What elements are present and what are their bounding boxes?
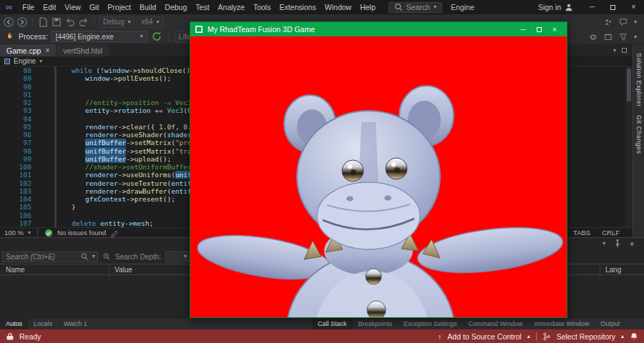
panel-tab-locals[interactable]: Locals <box>28 319 58 329</box>
panel-tab-autos[interactable]: Autos <box>0 319 28 329</box>
line-number[interactable]: 89 <box>0 74 39 82</box>
solution-platforms-dropdown[interactable]: x64 ▾ <box>137 16 163 28</box>
watch-icon[interactable] <box>589 33 597 41</box>
autos-search-input[interactable]: Search (Ctrl+E) ▾ <box>2 252 98 262</box>
zoom-level[interactable]: 100 % <box>4 229 24 237</box>
quick-search-box[interactable]: Search ▾ <box>389 2 442 13</box>
line-ending-indicator[interactable]: CRLF <box>602 229 620 237</box>
line-number[interactable]: 100 <box>0 163 39 171</box>
close-button[interactable]: × <box>623 0 644 14</box>
menu-item-edit[interactable]: Edit <box>39 0 60 14</box>
panel-tab-exception-settings[interactable]: Exception Settings <box>398 319 463 329</box>
redo-icon[interactable] <box>78 16 89 28</box>
menu-item-git[interactable]: Git <box>85 0 103 14</box>
tab-close-icon[interactable]: × <box>45 46 49 54</box>
side-tab-solution-explorer[interactable]: Solution Explorer <box>635 53 643 106</box>
line-number[interactable]: 104 <box>0 195 39 203</box>
game-close-button[interactable]: × <box>547 22 562 36</box>
expand-search-icon[interactable] <box>102 252 111 261</box>
line-number[interactable]: 101 <box>0 171 39 179</box>
editor-scrollbar[interactable] <box>625 66 633 227</box>
line-number[interactable]: 91 <box>0 91 39 99</box>
navigate-back-icon[interactable] <box>3 16 14 28</box>
game-minimize-button[interactable]: ─ <box>515 22 531 36</box>
feedback-icon[interactable] <box>619 18 628 26</box>
menu-item-help[interactable]: Help <box>356 0 380 14</box>
new-file-icon[interactable] <box>37 16 49 28</box>
line-number[interactable]: 88 <box>0 66 39 74</box>
health-check-icon[interactable] <box>44 229 53 237</box>
line-number[interactable]: 95 <box>0 123 39 131</box>
menu-item-test[interactable]: Test <box>191 0 213 14</box>
float-window-icon[interactable] <box>622 48 627 53</box>
panel-options-icon[interactable]: ▾ <box>602 241 605 247</box>
line-number[interactable]: 98 <box>0 147 39 155</box>
column-header-value[interactable]: Value <box>114 266 132 274</box>
menu-item-analyze[interactable]: Analyze <box>214 0 249 14</box>
hot-reload-icon[interactable] <box>4 31 15 42</box>
line-number[interactable]: 99 <box>0 155 39 163</box>
sign-in-button[interactable]: Sign in <box>530 0 582 14</box>
menu-item-build[interactable]: Build <box>135 0 160 14</box>
navigate-forward-icon[interactable] <box>16 16 28 28</box>
menu-item-extensions[interactable]: Extensions <box>275 0 320 14</box>
panel-close-icon[interactable]: × <box>630 240 634 248</box>
line-number[interactable]: 106 <box>0 212 39 219</box>
panel-tab-call-stack[interactable]: Call Stack <box>312 319 353 329</box>
line-number[interactable]: 94 <box>0 115 39 123</box>
menu-item-file[interactable]: File <box>18 0 39 14</box>
line-number[interactable]: 107 <box>0 219 39 227</box>
line-number[interactable]: 96 <box>0 131 39 139</box>
issues-status-text[interactable]: No issues found <box>57 229 106 237</box>
search-depth-dropdown[interactable]: ▾ <box>165 251 191 262</box>
side-tab-git-changes[interactable]: Git Changes <box>635 115 643 154</box>
funnel-icon[interactable] <box>619 33 628 41</box>
line-number[interactable]: 93 <box>0 106 39 114</box>
project-dropdown[interactable]: Engine <box>14 57 36 65</box>
editor-tab-vertshd-hlsl[interactable]: vertShd.hlsl <box>57 44 109 56</box>
game-maximize-button[interactable] <box>531 22 547 36</box>
line-number[interactable]: 102 <box>0 179 39 187</box>
panel-tab-strip: AutosLocalsWatch 1 Call StackBreakpoints… <box>0 319 644 329</box>
menu-item-tools[interactable]: Tools <box>249 0 275 14</box>
editor-tab-game-cpp[interactable]: Game.cpp× <box>0 44 56 56</box>
column-header-name[interactable]: Name <box>6 266 25 274</box>
line-number[interactable]: 90 <box>0 83 39 91</box>
bell-icon[interactable] <box>630 332 638 341</box>
panel-tab-immediate-window[interactable]: Immediate Window <box>529 319 595 329</box>
pin-icon[interactable] <box>613 239 622 248</box>
panel-tab-command-window[interactable]: Command Window <box>463 319 529 329</box>
solution-configurations-dropdown[interactable]: Debug ▾ <box>99 16 135 28</box>
panel-tab-output[interactable]: Output <box>595 319 625 329</box>
undo-icon[interactable] <box>64 16 76 28</box>
line-number[interactable]: 92 <box>0 99 39 106</box>
panel-tab-breakpoints[interactable]: Breakpoints <box>353 319 399 329</box>
game-viewport[interactable] <box>190 36 567 317</box>
refresh-process-icon[interactable] <box>151 31 162 42</box>
toolbar-overflow-icon[interactable]: ▾ <box>634 19 637 25</box>
scrollbar-thumb[interactable] <box>627 69 631 101</box>
zoom-dropdown-icon[interactable]: ▾ <box>28 230 31 236</box>
menu-item-window[interactable]: Window <box>321 0 356 14</box>
maximize-button[interactable] <box>602 0 623 14</box>
memory-icon[interactable] <box>604 33 613 41</box>
save-icon[interactable] <box>51 16 62 28</box>
add-to-source-control-button[interactable]: Add to Source Control <box>447 332 521 341</box>
tabs-indicator[interactable]: TABS <box>573 229 590 237</box>
game-titlebar[interactable]: My RhadTeam Fusion 3D Game ─ × <box>190 22 567 36</box>
live-share-icon[interactable] <box>604 18 613 26</box>
active-files-dropdown-icon[interactable]: ▾ <box>613 48 616 54</box>
panel-tab-watch-1[interactable]: Watch 1 <box>58 319 93 329</box>
process-dropdown[interactable]: [4496] Engine.exe ▾ <box>52 31 147 42</box>
menu-item-debug[interactable]: Debug <box>160 0 191 14</box>
menu-item-project[interactable]: Project <box>103 0 135 14</box>
edit-pencil-icon[interactable] <box>110 229 119 237</box>
menu-item-view[interactable]: View <box>60 0 85 14</box>
line-number[interactable]: 105 <box>0 203 39 211</box>
minimize-button[interactable]: ─ <box>582 0 602 14</box>
line-number[interactable]: 97 <box>0 139 39 146</box>
line-number[interactable]: 103 <box>0 187 39 195</box>
column-header-lang[interactable]: Lang <box>605 266 621 274</box>
select-repository-button[interactable]: Select Repository <box>557 332 615 341</box>
toolbar-overflow-icon[interactable]: ▾ <box>634 34 637 40</box>
